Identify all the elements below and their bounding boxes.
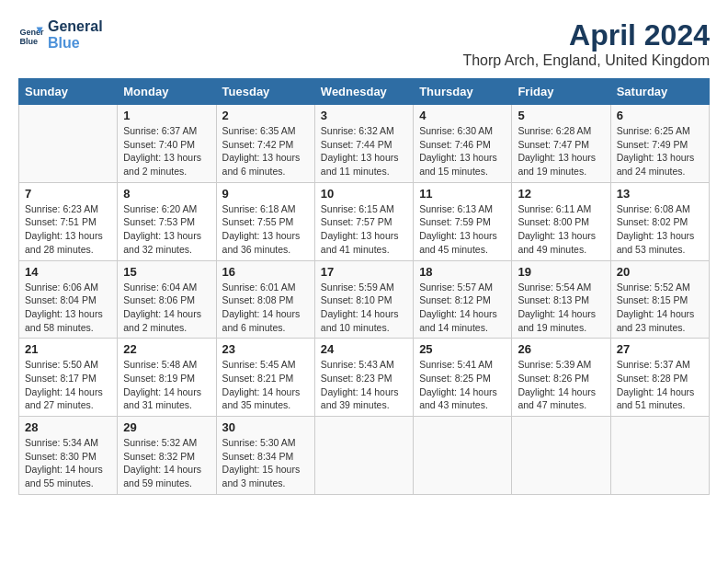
day-info: Sunrise: 6:08 AM Sunset: 8:02 PM Dayligh… xyxy=(617,202,703,257)
day-info: Sunrise: 5:37 AM Sunset: 8:28 PM Dayligh… xyxy=(617,358,703,412)
calendar-cell: 6Sunrise: 6:25 AM Sunset: 7:49 PM Daylig… xyxy=(610,105,709,183)
day-info: Sunrise: 6:06 AM Sunset: 8:04 PM Dayligh… xyxy=(25,281,111,335)
logo: General Blue General Blue xyxy=(18,18,103,51)
day-number: 18 xyxy=(419,265,506,279)
weekday-header-saturday: Saturday xyxy=(610,79,709,105)
day-number: 26 xyxy=(518,342,604,356)
calendar-cell: 18Sunrise: 5:57 AM Sunset: 8:12 PM Dayli… xyxy=(414,260,512,339)
day-number: 27 xyxy=(617,342,703,356)
day-info: Sunrise: 5:30 AM Sunset: 8:34 PM Dayligh… xyxy=(222,436,309,490)
calendar-cell: 22Sunrise: 5:48 AM Sunset: 8:19 PM Dayli… xyxy=(118,339,216,417)
calendar-cell: 25Sunrise: 5:41 AM Sunset: 8:25 PM Dayli… xyxy=(414,339,512,417)
day-number: 14 xyxy=(25,265,111,279)
day-info: Sunrise: 6:32 AM Sunset: 7:44 PM Dayligh… xyxy=(321,124,407,178)
week-row-3: 14Sunrise: 6:06 AM Sunset: 8:04 PM Dayli… xyxy=(19,260,710,339)
calendar-subtitle: Thorp Arch, England, United Kingdom xyxy=(462,52,710,69)
calendar-cell: 28Sunrise: 5:34 AM Sunset: 8:30 PM Dayli… xyxy=(19,417,118,495)
weekday-header-friday: Friday xyxy=(512,79,610,105)
week-row-5: 28Sunrise: 5:34 AM Sunset: 8:30 PM Dayli… xyxy=(19,417,710,495)
title-block: April 2024 Thorp Arch, England, United K… xyxy=(462,18,710,69)
day-info: Sunrise: 6:15 AM Sunset: 7:57 PM Dayligh… xyxy=(321,202,407,257)
svg-text:Blue: Blue xyxy=(19,36,38,45)
day-number: 6 xyxy=(617,109,703,122)
logo-line2: Blue xyxy=(48,35,103,52)
day-number: 20 xyxy=(617,265,703,279)
weekday-header-thursday: Thursday xyxy=(414,79,512,105)
day-info: Sunrise: 6:20 AM Sunset: 7:53 PM Dayligh… xyxy=(123,202,210,257)
calendar-cell: 2Sunrise: 6:35 AM Sunset: 7:42 PM Daylig… xyxy=(216,105,314,183)
day-number: 28 xyxy=(25,420,111,434)
calendar-cell: 21Sunrise: 5:50 AM Sunset: 8:17 PM Dayli… xyxy=(19,339,118,417)
day-info: Sunrise: 6:04 AM Sunset: 8:06 PM Dayligh… xyxy=(123,281,210,335)
day-info: Sunrise: 5:57 AM Sunset: 8:12 PM Dayligh… xyxy=(419,281,506,335)
day-number: 12 xyxy=(518,187,604,201)
logo-line1: General xyxy=(48,18,103,35)
calendar-title: April 2024 xyxy=(462,18,710,52)
day-number: 11 xyxy=(419,187,506,201)
day-info: Sunrise: 5:50 AM Sunset: 8:17 PM Dayligh… xyxy=(25,358,111,412)
day-info: Sunrise: 5:39 AM Sunset: 8:26 PM Dayligh… xyxy=(518,358,604,412)
calendar-cell: 12Sunrise: 6:11 AM Sunset: 8:00 PM Dayli… xyxy=(512,182,610,260)
day-number: 4 xyxy=(419,109,506,122)
day-number: 13 xyxy=(617,187,703,201)
day-number: 7 xyxy=(25,187,111,201)
calendar-cell xyxy=(414,417,512,495)
day-info: Sunrise: 5:32 AM Sunset: 8:32 PM Dayligh… xyxy=(123,436,210,490)
calendar-cell: 20Sunrise: 5:52 AM Sunset: 8:15 PM Dayli… xyxy=(610,260,709,339)
calendar-header-row: SundayMondayTuesdayWednesdayThursdayFrid… xyxy=(19,79,710,105)
calendar-cell: 10Sunrise: 6:15 AM Sunset: 7:57 PM Dayli… xyxy=(314,182,413,260)
day-info: Sunrise: 5:52 AM Sunset: 8:15 PM Dayligh… xyxy=(617,281,703,335)
day-info: Sunrise: 6:30 AM Sunset: 7:46 PM Dayligh… xyxy=(419,124,506,178)
day-info: Sunrise: 5:41 AM Sunset: 8:25 PM Dayligh… xyxy=(419,358,506,412)
calendar-cell xyxy=(314,417,413,495)
day-number: 2 xyxy=(222,109,309,122)
day-info: Sunrise: 6:11 AM Sunset: 8:00 PM Dayligh… xyxy=(518,202,604,257)
day-number: 25 xyxy=(419,342,506,356)
day-info: Sunrise: 6:28 AM Sunset: 7:47 PM Dayligh… xyxy=(518,124,604,178)
calendar-cell: 30Sunrise: 5:30 AM Sunset: 8:34 PM Dayli… xyxy=(216,417,314,495)
day-info: Sunrise: 6:23 AM Sunset: 7:51 PM Dayligh… xyxy=(25,202,111,257)
day-number: 16 xyxy=(222,265,309,279)
day-number: 9 xyxy=(222,187,309,201)
day-info: Sunrise: 5:54 AM Sunset: 8:13 PM Dayligh… xyxy=(518,281,604,335)
week-row-4: 21Sunrise: 5:50 AM Sunset: 8:17 PM Dayli… xyxy=(19,339,710,417)
day-number: 17 xyxy=(321,265,407,279)
calendar-cell xyxy=(610,417,709,495)
calendar-cell: 8Sunrise: 6:20 AM Sunset: 7:53 PM Daylig… xyxy=(118,182,216,260)
day-number: 21 xyxy=(25,342,111,356)
calendar-cell: 26Sunrise: 5:39 AM Sunset: 8:26 PM Dayli… xyxy=(512,339,610,417)
day-info: Sunrise: 5:48 AM Sunset: 8:19 PM Dayligh… xyxy=(123,358,210,412)
calendar-cell: 15Sunrise: 6:04 AM Sunset: 8:06 PM Dayli… xyxy=(118,260,216,339)
day-number: 19 xyxy=(518,265,604,279)
page-header: General Blue General Blue April 2024 Tho… xyxy=(18,18,710,69)
day-info: Sunrise: 6:37 AM Sunset: 7:40 PM Dayligh… xyxy=(123,124,210,178)
day-info: Sunrise: 6:25 AM Sunset: 7:49 PM Dayligh… xyxy=(617,124,703,178)
calendar-cell: 11Sunrise: 6:13 AM Sunset: 7:59 PM Dayli… xyxy=(414,182,512,260)
day-number: 1 xyxy=(123,109,210,122)
weekday-header-monday: Monday xyxy=(118,79,216,105)
calendar-cell: 17Sunrise: 5:59 AM Sunset: 8:10 PM Dayli… xyxy=(314,260,413,339)
calendar-cell: 24Sunrise: 5:43 AM Sunset: 8:23 PM Dayli… xyxy=(314,339,413,417)
calendar-cell: 27Sunrise: 5:37 AM Sunset: 8:28 PM Dayli… xyxy=(610,339,709,417)
day-number: 30 xyxy=(222,420,309,434)
calendar-cell: 9Sunrise: 6:18 AM Sunset: 7:55 PM Daylig… xyxy=(216,182,314,260)
day-info: Sunrise: 5:34 AM Sunset: 8:30 PM Dayligh… xyxy=(25,436,111,490)
day-number: 10 xyxy=(321,187,407,201)
week-row-1: 1Sunrise: 6:37 AM Sunset: 7:40 PM Daylig… xyxy=(19,105,710,183)
calendar-cell: 16Sunrise: 6:01 AM Sunset: 8:08 PM Dayli… xyxy=(216,260,314,339)
logo-icon: General Blue xyxy=(18,22,44,48)
calendar-cell xyxy=(19,105,118,183)
day-info: Sunrise: 5:59 AM Sunset: 8:10 PM Dayligh… xyxy=(321,281,407,335)
calendar-cell: 7Sunrise: 6:23 AM Sunset: 7:51 PM Daylig… xyxy=(19,182,118,260)
day-info: Sunrise: 6:18 AM Sunset: 7:55 PM Dayligh… xyxy=(222,202,309,257)
day-info: Sunrise: 6:13 AM Sunset: 7:59 PM Dayligh… xyxy=(419,202,506,257)
calendar-cell: 14Sunrise: 6:06 AM Sunset: 8:04 PM Dayli… xyxy=(19,260,118,339)
day-number: 15 xyxy=(123,265,210,279)
day-number: 24 xyxy=(321,342,407,356)
day-info: Sunrise: 6:01 AM Sunset: 8:08 PM Dayligh… xyxy=(222,281,309,335)
day-number: 3 xyxy=(321,109,407,122)
calendar-cell: 29Sunrise: 5:32 AM Sunset: 8:32 PM Dayli… xyxy=(118,417,216,495)
day-number: 29 xyxy=(123,420,210,434)
calendar-table: SundayMondayTuesdayWednesdayThursdayFrid… xyxy=(18,78,710,495)
calendar-cell: 3Sunrise: 6:32 AM Sunset: 7:44 PM Daylig… xyxy=(314,105,413,183)
